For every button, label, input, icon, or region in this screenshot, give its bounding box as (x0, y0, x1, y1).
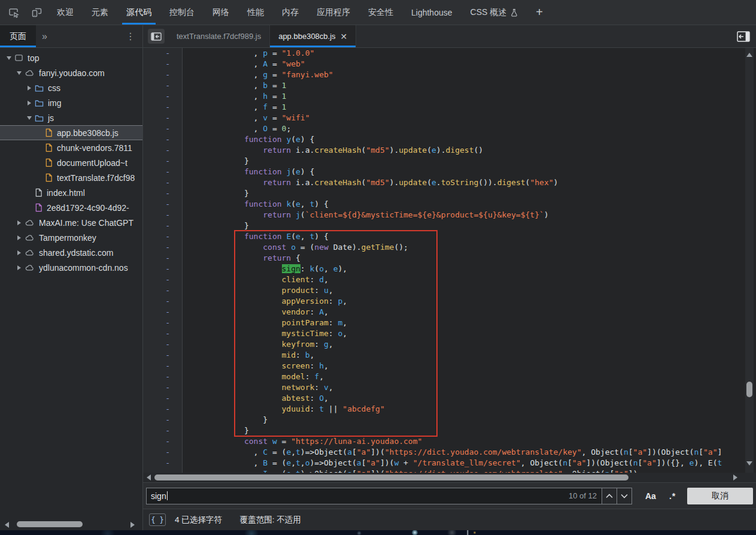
tree-item-js[interactable]: js (0, 110, 142, 125)
text-caret (167, 491, 168, 500)
cancel-button[interactable]: 取消 (687, 488, 753, 504)
scroll-left-icon[interactable] (5, 522, 9, 528)
scroll-left-icon[interactable] (147, 474, 151, 480)
editor-tab-strip: textTranslate.f7dcf989.jsapp.bbe308cb.js… (143, 25, 756, 47)
tree-item-fanyi.youdao.com[interactable]: fanyi.youdao.com (0, 65, 142, 80)
editor-tab-1[interactable]: app.bbe308cb.js✕ (270, 25, 356, 47)
code-line-12: function j(e) { (183, 167, 745, 177)
main-tab-9[interactable]: Lighthouse (402, 0, 462, 25)
tree-right-arrow-icon[interactable] (25, 101, 34, 105)
code-line-2: , A = "web" (183, 59, 745, 69)
file-js-icon (45, 143, 53, 152)
tree-down-arrow-icon[interactable] (15, 71, 23, 75)
main-tab-7[interactable]: 应用程序 (308, 0, 359, 25)
tree-right-arrow-icon[interactable] (15, 235, 23, 240)
tree-item-label: textTranslate.f7dcf98 (57, 173, 135, 183)
main-tab-8[interactable]: 安全性 (359, 0, 402, 25)
coverage-info: 覆盖范围: 不适用 (240, 515, 301, 525)
main-tab-5[interactable]: 性能 (238, 0, 273, 25)
tree-item-maxai.me-use-chatgpt[interactable]: MaxAI.me: Use ChatGPT (0, 215, 142, 230)
folder-icon (35, 84, 44, 92)
tree-item-2e8d1792-4c90-4d92-[interactable]: 2e8d1792-4c90-4d92- (0, 200, 142, 215)
tree-item-tampermonkey[interactable]: Tampermonkey (0, 230, 142, 245)
code-line-37: const w = "https://luna-ai.youdao.com" (183, 436, 745, 447)
tree-right-arrow-icon[interactable] (15, 250, 23, 255)
navigator-horizontal-scrollbar[interactable] (0, 519, 142, 529)
tree-down-arrow-icon[interactable] (5, 56, 13, 60)
code-line-18: function E(e, t) { (183, 231, 745, 242)
scroll-up-icon[interactable] (746, 53, 752, 57)
tree-item-chunk-vendors.7811[interactable]: chunk-vendors.7811 (0, 140, 142, 155)
main-tab-4[interactable]: 网络 (204, 0, 238, 25)
tree-item-documentupload-t[interactable]: documentUpload~t (0, 155, 142, 170)
main-tab-6[interactable]: 内存 (273, 0, 308, 25)
horizontal-scrollbar-thumb[interactable] (154, 474, 629, 480)
main-tab-2[interactable]: 源代码 (117, 0, 160, 25)
frame-icon (14, 53, 23, 62)
tree-right-arrow-icon[interactable] (15, 220, 23, 225)
match-count: 10 of 12 (569, 488, 602, 504)
editor-tabs: textTranslate.f7dcf989.jsapp.bbe308cb.js… (168, 25, 356, 47)
tree-down-arrow-icon[interactable] (25, 116, 34, 120)
match-case-button[interactable]: Aa (645, 491, 656, 501)
search-input[interactable]: sign (147, 488, 569, 504)
scroll-down-icon[interactable] (746, 461, 752, 466)
tree-item-top[interactable]: top (0, 50, 142, 65)
line-number-gutter: ---------------------------------------- (143, 48, 183, 473)
code-line-1: , p = "1.0.0" (183, 48, 745, 59)
tree-item-app.bbe308cb.js[interactable]: app.bbe308cb.js (0, 125, 142, 140)
tree-right-arrow-icon[interactable] (25, 86, 34, 90)
close-tab-icon[interactable]: ✕ (341, 32, 348, 41)
more-tools-button[interactable]: + (527, 0, 551, 25)
pretty-print-button[interactable]: { } (149, 513, 166, 526)
scrollbar-thumb[interactable] (17, 521, 83, 527)
file-js-icon (45, 173, 53, 182)
code-line-14: } (183, 188, 745, 199)
main-tab-0[interactable]: 欢迎 (48, 0, 83, 25)
file-html-icon (35, 188, 42, 197)
tree-item-img[interactable]: img (0, 95, 142, 110)
current-search-match: sign (282, 264, 300, 273)
vertical-scrollbar[interactable] (745, 48, 754, 473)
scroll-right-icon[interactable] (130, 522, 135, 528)
navigator-menu-icon[interactable]: ⋮ (119, 25, 142, 47)
devtools-window: 欢迎元素源代码控制台网络性能内存应用程序安全性LighthouseCSS 概述 … (0, 0, 756, 535)
code-line-40: , I = (e,t)=>Object(a["a"])("https://dic… (183, 468, 745, 473)
tree-item-ydlunacommon-cdn.nos[interactable]: ydlunacommon-cdn.nos (0, 260, 142, 275)
regex-button[interactable]: .* (669, 491, 676, 501)
horizontal-scrollbar[interactable] (143, 473, 756, 482)
tree-item-label: ydlunacommon-cdn.nos (39, 263, 128, 273)
editor-tab-0[interactable]: textTranslate.f7dcf989.js (168, 25, 270, 47)
code-line-31: model: f, (183, 371, 745, 382)
vertical-scrollbar-thumb[interactable] (746, 382, 752, 397)
tree-item-label: 2e8d1792-4c90-4d92- (47, 203, 129, 213)
inspect-element-icon[interactable] (2, 0, 25, 25)
code-line-8: , O = 0; (183, 123, 745, 134)
code-line-39: , B = (e,t,o)=>Object(a["a"])(w + "/tran… (183, 458, 745, 468)
tree-item-label: Tampermonkey (39, 233, 96, 243)
tree-item-label: fanyi.youdao.com (39, 68, 105, 78)
main-tab-1[interactable]: 元素 (83, 0, 117, 25)
device-toolbar-icon[interactable] (25, 0, 48, 25)
devtools-tab-bar: 欢迎元素源代码控制台网络性能内存应用程序安全性LighthouseCSS 概述 … (0, 0, 756, 25)
tree-item-index.html[interactable]: index.html (0, 185, 142, 200)
main-tab-10[interactable]: CSS 概述 (462, 0, 528, 25)
tree-right-arrow-icon[interactable] (15, 265, 23, 270)
hide-navigator-icon[interactable] (148, 29, 165, 44)
tree-item-shared.ydstatic.com[interactable]: shared.ydstatic.com (0, 245, 142, 260)
tree-item-css[interactable]: css (0, 80, 142, 95)
scroll-right-icon[interactable] (733, 474, 737, 480)
folder-icon (35, 99, 44, 107)
code-line-38: , C = (e,t)=>Object(a["a"])("https://dic… (183, 447, 745, 458)
tab-page[interactable]: 页面 (0, 25, 36, 47)
tree-item-label: top (28, 53, 39, 63)
main-tab-3[interactable]: 控制台 (160, 0, 204, 25)
code-line-21: sign: k(o, e), (183, 264, 745, 274)
next-match-icon[interactable] (617, 488, 631, 504)
previous-match-icon[interactable] (602, 488, 617, 504)
show-debugger-sidebar-icon[interactable] (737, 31, 750, 42)
code-editor[interactable]: ----------------------------------------… (143, 48, 756, 473)
tree-item-texttranslate.f7dcf98[interactable]: textTranslate.f7dcf98 (0, 170, 142, 185)
overflow-tabs-icon[interactable]: » (36, 25, 53, 47)
code-line-4: , b = 1 (183, 80, 745, 91)
